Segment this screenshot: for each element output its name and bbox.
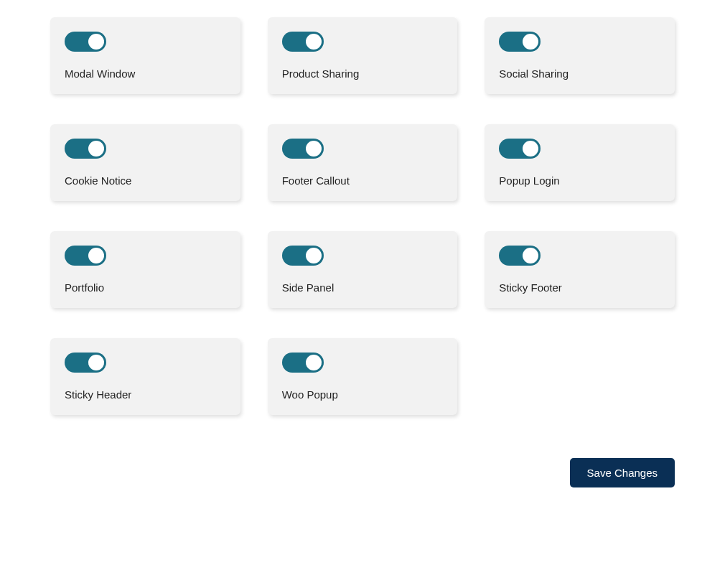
setting-label: Social Sharing: [499, 67, 660, 80]
toggle-knob: [88, 34, 104, 50]
toggle-side-panel[interactable]: [282, 246, 324, 266]
setting-card-cookie-notice: Cookie Notice: [50, 124, 240, 201]
setting-card-portfolio: Portfolio: [50, 231, 240, 308]
toggle-cookie-notice[interactable]: [65, 139, 106, 159]
setting-label: Portfolio: [65, 281, 226, 294]
setting-label: Cookie Notice: [65, 174, 226, 187]
save-button[interactable]: Save Changes: [570, 458, 675, 487]
setting-label: Woo Popup: [282, 388, 444, 401]
setting-card-side-panel: Side Panel: [268, 231, 458, 308]
toggle-knob: [523, 248, 538, 263]
toggle-portfolio[interactable]: [65, 246, 106, 266]
toggle-modal-window[interactable]: [65, 32, 106, 52]
setting-label: Modal Window: [65, 67, 226, 80]
toggle-social-sharing[interactable]: [499, 32, 541, 52]
setting-label: Sticky Footer: [499, 281, 660, 294]
toggle-product-sharing[interactable]: [282, 32, 324, 52]
footer-actions: Save Changes: [50, 458, 675, 487]
settings-grid: Modal Window Product Sharing Social Shar…: [50, 17, 675, 415]
setting-label: Side Panel: [282, 281, 444, 294]
setting-card-woo-popup: Woo Popup: [268, 338, 458, 415]
setting-card-sticky-footer: Sticky Footer: [485, 231, 675, 308]
toggle-sticky-header[interactable]: [65, 353, 106, 373]
toggle-sticky-footer[interactable]: [499, 246, 541, 266]
toggle-knob: [306, 248, 322, 263]
setting-card-social-sharing: Social Sharing: [485, 17, 675, 94]
setting-label: Product Sharing: [282, 67, 444, 80]
setting-card-modal-window: Modal Window: [50, 17, 240, 94]
toggle-knob: [523, 34, 538, 50]
setting-card-popup-login: Popup Login: [485, 124, 675, 201]
toggle-knob: [306, 355, 322, 370]
setting-card-footer-callout: Footer Callout: [268, 124, 458, 201]
setting-label: Popup Login: [499, 174, 660, 187]
setting-label: Footer Callout: [282, 174, 444, 187]
setting-card-product-sharing: Product Sharing: [268, 17, 458, 94]
toggle-woo-popup[interactable]: [282, 353, 324, 373]
toggle-knob: [88, 355, 104, 370]
setting-card-sticky-header: Sticky Header: [50, 338, 240, 415]
toggle-knob: [88, 141, 104, 157]
toggle-footer-callout[interactable]: [282, 139, 324, 159]
toggle-knob: [523, 141, 538, 157]
toggle-knob: [306, 141, 322, 157]
setting-label: Sticky Header: [65, 388, 226, 401]
toggle-popup-login[interactable]: [499, 139, 541, 159]
toggle-knob: [88, 248, 104, 263]
toggle-knob: [306, 34, 322, 50]
